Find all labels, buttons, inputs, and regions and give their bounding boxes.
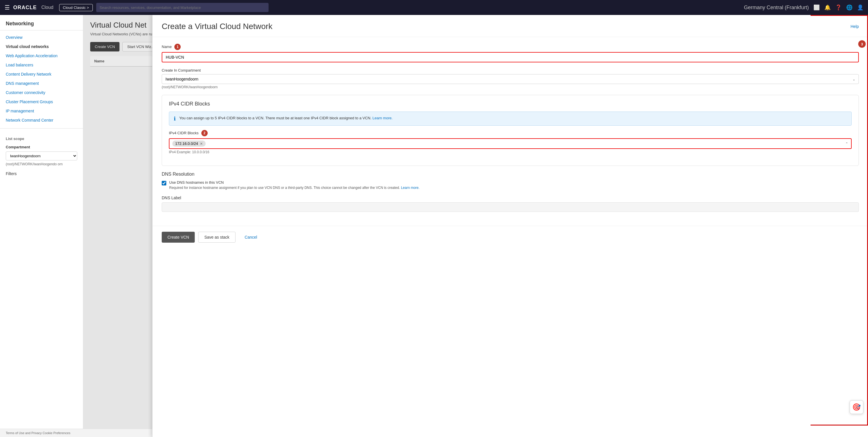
cloud-classic-button[interactable]: Cloud Classic > (59, 4, 93, 11)
cidr-text-input[interactable] (207, 141, 848, 146)
cidr-input-wrapper: 172.16.0.0/24 ✕ ⌃ (169, 138, 851, 149)
help-icon[interactable]: ❓ (835, 4, 842, 11)
sidebar-item-overview[interactable]: Overview (0, 33, 83, 42)
cidr-arrow-icon: ⌃ (845, 142, 848, 146)
sidebar-item-network-command-center[interactable]: Network Command Center (0, 116, 83, 125)
cidr-example: IPv4 Example: 10.0.0.0/16 (169, 150, 851, 154)
dns-label-title: DNS Label (162, 196, 859, 200)
help-widget[interactable]: 🎯 (849, 400, 863, 414)
bell-icon[interactable]: 🔔 (824, 4, 831, 11)
list-scope-label: List scope (0, 132, 83, 143)
dns-checkbox-desc: Required for instance hostname assignmen… (169, 186, 420, 190)
sidebar-item-load-balancers[interactable]: Load balancers (0, 60, 83, 69)
modal-title: Create a Virtual Cloud Network (162, 22, 272, 31)
modal-header: Create a Virtual Cloud Network Help (153, 15, 868, 37)
sidebar-item-content-delivery-network[interactable]: Content Delivery Network (0, 69, 83, 79)
compartment-select-wrapper: IwanHoogendoorn (162, 74, 859, 84)
sidebar-item-customer-connectivity[interactable]: Customer connectivity (0, 88, 83, 97)
globe-icon[interactable]: 🌐 (846, 4, 852, 11)
footer-left[interactable]: Terms of Use and Privacy Cookie Preferen… (6, 431, 70, 435)
sidebar-divider (0, 128, 83, 128)
cidr-section: IPv4 CIDR Blocks ℹ You can assign up to … (162, 95, 859, 166)
name-label: Name 1 (162, 44, 859, 50)
dns-learn-more-link[interactable]: Learn more. (401, 186, 420, 190)
dns-section: DNS Resolution Use DNS hostnames in this… (162, 172, 859, 190)
modal-footer: Create VCN Save as stack Cancel (153, 226, 868, 249)
cidr-tag: 172.16.0.0/24 ✕ (172, 141, 206, 147)
dns-checkbox-label: Use DNS hostnames in this VCN (169, 180, 420, 184)
create-vcn-submit-button[interactable]: Create VCN (162, 232, 195, 243)
compartment-field-subtext: (root)/NETWORK/IwanHoogendoorn (162, 85, 859, 89)
help-widget-icon: 🎯 (852, 403, 861, 411)
dns-title: DNS Resolution (162, 172, 859, 177)
create-vcn-button[interactable]: Create VCN (90, 42, 120, 52)
sidebar-title: Networking (0, 21, 83, 30)
cloud-label: Cloud (41, 5, 54, 10)
sidebar-item-dns-management[interactable]: DNS management (0, 79, 83, 88)
hamburger-menu[interactable]: ☰ (5, 4, 10, 11)
name-input[interactable] (162, 52, 859, 62)
nav-icons: Germany Central (Frankfurt) ⬜ 🔔 ❓ 🌐 👤 (744, 4, 863, 11)
dns-checkbox-row: Use DNS hostnames in this VCN Required f… (162, 180, 859, 190)
dns-checkbox[interactable] (162, 181, 166, 185)
info-icon: ℹ (174, 116, 176, 122)
sidebar-item-cluster-placement-groups[interactable]: Cluster Placement Groups (0, 97, 83, 106)
cidr-info-box: ℹ You can assign up to 5 IPv4 CIDR block… (169, 112, 851, 126)
save-as-stack-button[interactable]: Save as stack (198, 232, 235, 243)
oracle-logo: ORACLE (13, 5, 37, 11)
cidr-form-group: IPv4 CIDR Blocks 2 172.16.0.0/24 ✕ ⌃ IPv… (169, 130, 851, 154)
compartment-select[interactable]: IwanHoogendoorn (6, 151, 77, 161)
dns-label-input[interactable] (162, 202, 859, 212)
filters-label: Filters (0, 167, 83, 177)
dns-label-section: DNS Label (162, 196, 859, 212)
cidr-learn-more-link[interactable]: Learn more. (373, 116, 393, 120)
compartment-form-group: Create In Compartment IwanHoogendoorn (r… (162, 68, 859, 89)
compartment-field-select[interactable]: IwanHoogendoorn (162, 74, 859, 84)
cidr-info-text: You can assign up to 5 IPv4 CIDR blocks … (179, 115, 393, 121)
sidebar-item-ip-management[interactable]: IP management (0, 106, 83, 116)
sidebar-item-web-application-acceleration[interactable]: Web Application Acceleration (0, 51, 83, 60)
name-badge: 1 (174, 44, 181, 50)
compartment-field-label: Create In Compartment (162, 68, 859, 72)
compartment-label: Compartment (0, 143, 83, 150)
region-selector[interactable]: Germany Central (Frankfurt) (744, 5, 809, 11)
create-vcn-modal: Create a Virtual Cloud Network Help Name… (152, 15, 868, 437)
cancel-button[interactable]: Cancel (239, 232, 263, 243)
modal-help-link[interactable]: Help (850, 24, 859, 29)
cidr-tag-value: 172.16.0.0/24 (175, 141, 198, 146)
modal-body: Name 1 Create In Compartment IwanHoogend… (153, 37, 868, 226)
compartment-subtext: (root)/NETWORK/IwanHoogendo orn (0, 162, 83, 167)
cidr-section-title: IPv4 CIDR Blocks (169, 101, 851, 107)
console-icon[interactable]: ⬜ (813, 4, 820, 11)
cidr-field-label: IPv4 CIDR Blocks 2 (169, 130, 851, 137)
annotation-badge-3: 3 (858, 40, 866, 48)
user-icon[interactable]: 👤 (857, 4, 863, 11)
search-input[interactable] (96, 3, 269, 12)
dns-checkbox-content: Use DNS hostnames in this VCN Required f… (169, 180, 420, 190)
sidebar-item-virtual-cloud-networks[interactable]: Virtual cloud networks (0, 42, 83, 51)
cidr-badge: 2 (202, 130, 208, 136)
sidebar: Networking Overview Virtual cloud networ… (0, 15, 83, 437)
cidr-tag-remove[interactable]: ✕ (200, 142, 203, 146)
name-form-group: Name 1 (162, 44, 859, 62)
top-navigation: ☰ ORACLE Cloud Cloud Classic > Germany C… (0, 0, 868, 15)
